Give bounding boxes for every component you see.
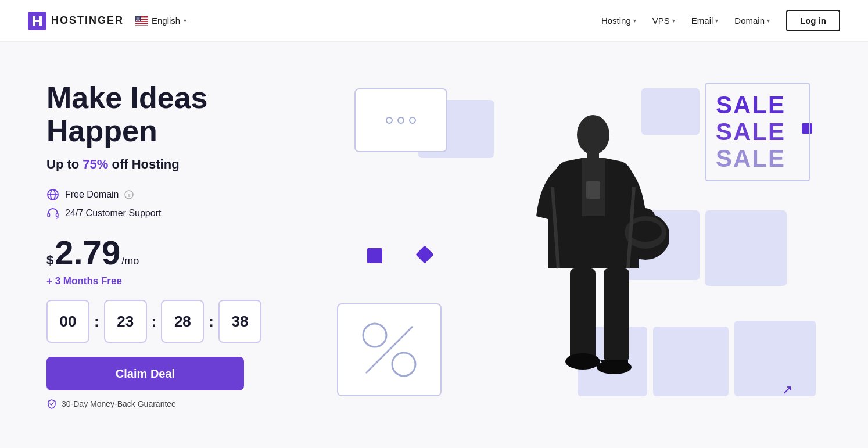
svg-point-21: [137, 19, 137, 20]
countdown-seconds: 28: [161, 300, 204, 343]
nav-vps[interactable]: VPS ▾: [652, 16, 675, 26]
logo[interactable]: HOSTINGER: [28, 12, 124, 30]
logo-text: HOSTINGER: [51, 15, 124, 27]
countdown-hours: 00: [46, 300, 89, 343]
info-icon[interactable]: i: [124, 190, 134, 199]
feature-domain-label: Free Domain: [65, 189, 119, 200]
svg-point-14: [138, 17, 139, 18]
countdown-sep-3: :: [209, 313, 214, 331]
countdown-sep-2: :: [152, 313, 157, 331]
svg-point-23: [138, 19, 139, 20]
subheadline: Up to 75% off Hosting: [46, 157, 314, 172]
language-label: English: [152, 16, 180, 26]
svg-point-12: [137, 17, 137, 18]
navbar: HOSTINGER: [0, 0, 868, 42]
guarantee-label: 30-Day Money-Back Guarantee: [46, 399, 314, 409]
svg-rect-35: [48, 213, 50, 217]
svg-point-19: [138, 18, 139, 19]
subheadline-highlight: 75%: [83, 157, 108, 171]
hero-section: Make Ideas Happen Up to 75% off Hosting …: [0, 42, 868, 437]
deco-square-bottom-right: [734, 321, 816, 396]
svg-line-39: [366, 327, 413, 373]
feature-support: 24/7 Customer Support: [46, 207, 314, 220]
login-button[interactable]: Log in: [786, 10, 840, 31]
shield-icon: [46, 399, 57, 409]
svg-rect-36: [56, 213, 59, 217]
nav-left: HOSTINGER: [28, 12, 186, 30]
subheadline-suffix: off Hosting: [108, 157, 179, 171]
svg-point-16: [136, 18, 137, 19]
nav-hosting[interactable]: Hosting ▾: [601, 16, 636, 26]
sale-widget: SALE SALE SALE: [705, 83, 810, 181]
svg-point-20: [139, 18, 140, 19]
svg-point-25: [136, 20, 137, 20]
nav-email[interactable]: Email ▾: [691, 16, 719, 26]
subheadline-prefix: Up to: [46, 157, 83, 171]
svg-rect-47: [604, 268, 629, 361]
svg-point-26: [137, 20, 137, 20]
svg-point-22: [137, 19, 138, 20]
price-currency: $: [46, 253, 53, 268]
svg-point-45: [629, 221, 662, 242]
svg-point-13: [137, 17, 138, 18]
price-row: $ 2.79 /mo: [46, 236, 314, 270]
price-period: /mo: [121, 255, 139, 267]
browser-dot-2: [397, 117, 404, 124]
svg-point-18: [138, 18, 138, 19]
percent-icon: [354, 315, 424, 385]
language-selector[interactable]: English ▾: [135, 16, 186, 26]
svg-point-27: [138, 20, 138, 20]
deco-small-square-1: [367, 248, 382, 263]
domain-chevron-icon: ▾: [767, 17, 770, 24]
svg-point-8: [137, 16, 137, 17]
sale-text-3: SALE: [716, 145, 785, 172]
guarantee-text: 30-Day Money-Back Guarantee: [62, 399, 176, 408]
price-block: $ 2.79 /mo: [46, 236, 314, 270]
svg-point-7: [136, 16, 137, 17]
language-chevron-icon: ▾: [184, 17, 186, 24]
flag-icon: [135, 16, 148, 26]
svg-point-40: [577, 115, 609, 155]
countdown-sep-1: :: [94, 313, 99, 331]
svg-rect-50: [586, 181, 600, 199]
svg-text:i: i: [128, 192, 130, 198]
hero-content: Make Ideas Happen Up to 75% off Hosting …: [46, 81, 314, 409]
hero-illustration: SALE SALE SALE ↗: [337, 77, 822, 414]
feature-support-label: 24/7 Customer Support: [65, 208, 161, 218]
browser-widget: [354, 88, 447, 152]
vps-chevron-icon: ▾: [672, 17, 675, 24]
browser-dots: [386, 117, 416, 124]
deco-small-triangle: [415, 245, 433, 263]
nav-domain[interactable]: Domain ▾: [734, 16, 770, 26]
svg-rect-46: [570, 268, 596, 361]
feature-domain: Free Domain i: [46, 188, 314, 201]
svg-point-17: [137, 18, 137, 19]
nav-right: Hosting ▾ VPS ▾ Email ▾ Domain ▾ Log in: [601, 10, 840, 31]
svg-point-48: [565, 353, 600, 370]
price-value: 2.79: [55, 236, 120, 270]
page-title: Make Ideas Happen: [46, 81, 314, 148]
svg-rect-5: [135, 24, 148, 25]
svg-rect-4: [135, 21, 148, 23]
browser-dot-1: [386, 117, 393, 124]
browser-dot-3: [409, 117, 416, 124]
hosting-chevron-icon: ▾: [633, 17, 636, 24]
globe-icon: [46, 188, 59, 201]
countdown-centiseconds: 38: [218, 300, 261, 343]
sale-text-1: SALE: [716, 92, 785, 119]
claim-deal-button[interactable]: Claim Deal: [46, 357, 244, 390]
email-chevron-icon: ▾: [715, 17, 718, 24]
svg-point-49: [597, 360, 632, 374]
deco-square-mid-right: [705, 210, 787, 286]
svg-point-24: [139, 19, 139, 20]
logo-icon: [28, 12, 46, 30]
headset-icon: [46, 207, 59, 220]
percent-widget: [337, 303, 442, 396]
svg-point-29: [139, 20, 140, 20]
person-illustration: [506, 100, 669, 414]
countdown-timer: 00 : 23 : 28 : 38: [46, 300, 314, 343]
sale-text-2: SALE: [716, 119, 785, 145]
svg-point-11: [139, 16, 140, 17]
svg-point-15: [139, 17, 139, 18]
countdown-minutes: 23: [104, 300, 147, 343]
